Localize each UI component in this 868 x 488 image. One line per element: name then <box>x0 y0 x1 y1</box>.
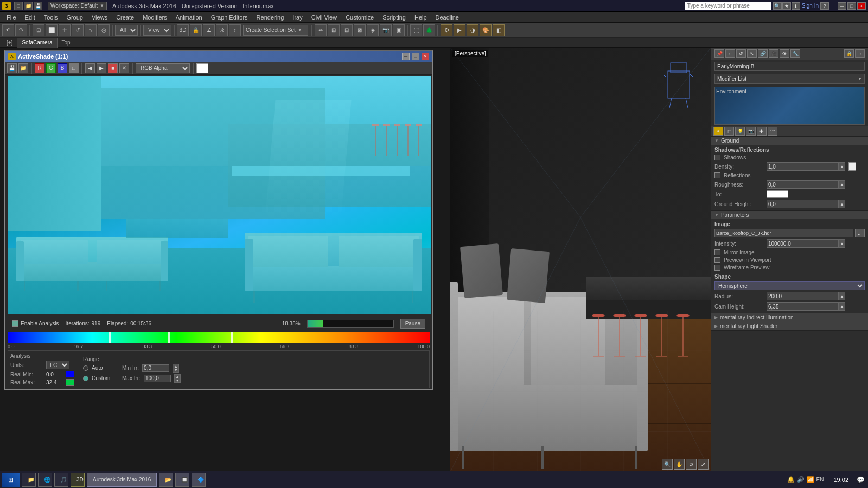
auto-radio[interactable] <box>83 365 88 371</box>
pp-hierarchy-icon[interactable]: 🔗 <box>758 49 768 58</box>
intensity-up[interactable]: ▲ <box>839 239 845 248</box>
vp-orbit-btn[interactable]: ↺ <box>686 459 697 470</box>
undo-btn[interactable]: ↶ <box>2 24 14 36</box>
spinner-snap-btn[interactable]: ↕ <box>229 24 241 36</box>
pp-light-icon[interactable]: 💡 <box>735 127 745 136</box>
notification-btn[interactable]: 💬 <box>855 473 866 487</box>
info-btn[interactable]: ℹ <box>792 2 800 10</box>
material-editor-btn[interactable]: ◧ <box>493 24 505 36</box>
taskbar-media[interactable]: 🎵 <box>54 473 68 487</box>
pp-render-icon[interactable]: ✦ <box>713 127 723 136</box>
pp-name-input[interactable] <box>714 62 865 71</box>
scale-btn[interactable]: ⤡ <box>85 24 97 36</box>
menu-create[interactable]: Create <box>112 12 138 23</box>
menu-modifiers[interactable]: Modifiers <box>138 12 171 23</box>
min-irr-input[interactable] <box>142 364 169 372</box>
snap-3d-btn[interactable]: 3D <box>177 24 189 36</box>
render-to-texture-btn[interactable]: 🎨 <box>480 24 492 36</box>
pp-display-icon[interactable]: 👁 <box>780 49 789 58</box>
taskbar-explorer[interactable]: 📂 <box>159 473 173 487</box>
density-input[interactable] <box>767 162 839 171</box>
taskbar-unknown[interactable]: 🔲 <box>175 473 189 487</box>
taskbar-file-explorer[interactable]: 📁 <box>22 473 36 487</box>
as-stop-btn[interactable]: ■ <box>108 63 118 73</box>
density-up[interactable]: ▲ <box>839 162 845 171</box>
menu-iray[interactable]: Iray <box>288 12 307 23</box>
ground-height-input[interactable] <box>767 200 839 208</box>
vp-pan-btn[interactable]: ✋ <box>674 459 685 470</box>
cam-height-input[interactable] <box>767 302 839 311</box>
preview-viewport-checkbox[interactable] <box>714 257 720 263</box>
cam-height-up[interactable]: ▲ <box>839 302 845 311</box>
rotate-btn[interactable]: ↺ <box>72 24 84 36</box>
align-to-view-btn[interactable]: ▣ <box>393 24 405 36</box>
intensity-input[interactable] <box>767 239 839 248</box>
real-max-swatch[interactable] <box>66 379 74 386</box>
place-highlight-btn[interactable]: ◈ <box>367 24 379 36</box>
clock[interactable]: 19:02 <box>830 477 852 483</box>
pp-arrow-right-icon[interactable]: → <box>855 49 865 58</box>
pp-geo-icon[interactable]: ◻ <box>724 127 734 136</box>
as-color-blue[interactable]: B <box>58 63 67 73</box>
menu-graph-editors[interactable]: Graph Editors <box>207 12 252 23</box>
vp-maximize-btn[interactable]: ⤢ <box>698 459 709 470</box>
minimize-btn[interactable]: ─ <box>838 2 846 10</box>
use-center-btn[interactable]: ◎ <box>98 24 110 36</box>
pp-utility-icon[interactable]: 🔧 <box>790 49 800 58</box>
tab-top[interactable]: Top <box>58 38 75 48</box>
new-btn[interactable]: □ <box>14 2 23 10</box>
menu-rendering[interactable]: Rendering <box>252 12 289 23</box>
angle-snap-btn[interactable]: ∠ <box>203 24 215 36</box>
modifier-list-dropdown[interactable]: Modifier List ▼ <box>714 74 865 84</box>
as-prev-btn[interactable]: ◀ <box>85 63 95 73</box>
redo-btn[interactable]: ↷ <box>15 24 27 36</box>
select-region-btn[interactable]: ⬜ <box>46 24 58 36</box>
pp-mental-ray-gi-header[interactable]: ▶ mental ray Indirect Illumination <box>711 313 868 322</box>
pp-cam-icon[interactable]: 📷 <box>746 127 756 136</box>
move-btn[interactable]: ✛ <box>59 24 71 36</box>
percent-snap-btn[interactable]: % <box>216 24 228 36</box>
help-btn[interactable]: ? <box>820 2 829 10</box>
as-save-btn[interactable]: 💾 <box>7 63 17 73</box>
pp-lock-icon[interactable]: 🔒 <box>844 49 854 58</box>
pp-motion-icon[interactable]: 🎥 <box>769 49 778 58</box>
sign-in-link[interactable]: Sign In <box>802 3 819 9</box>
pp-space-warp-icon[interactable]: 〰 <box>768 127 777 136</box>
pp-scale-icon[interactable]: ⤡ <box>747 49 757 58</box>
mirror-btn[interactable]: ⇔ <box>315 24 327 36</box>
real-min-swatch[interactable] <box>66 371 74 377</box>
units-dropdown[interactable]: FC Lux <box>46 361 69 369</box>
scene-explorer-btn[interactable]: 🌲 <box>423 24 435 36</box>
filename-input[interactable] <box>714 229 853 237</box>
search-btn[interactable]: 🔍 <box>773 2 782 10</box>
tab-sofa-camera[interactable]: SofaCamera <box>17 38 57 48</box>
menu-animation[interactable]: Animation <box>171 12 207 23</box>
roughness-up[interactable]: ▲ <box>839 180 845 189</box>
taskbar-start-btn[interactable]: ⊞ <box>2 473 20 487</box>
ground-height-up[interactable]: ▲ <box>839 200 845 208</box>
custom-radio[interactable] <box>83 376 88 381</box>
search-input[interactable] <box>685 2 771 10</box>
array-btn[interactable]: ⊞ <box>328 24 340 36</box>
as-next-btn[interactable]: ▶ <box>97 63 106 73</box>
taskbar-unknown2[interactable]: 🔷 <box>192 473 206 487</box>
normal-align-btn[interactable]: ⊠ <box>354 24 366 36</box>
select-btn[interactable]: ⊡ <box>33 24 44 36</box>
taskbar-browser[interactable]: 🌐 <box>38 473 52 487</box>
as-color-swatch[interactable] <box>196 63 208 73</box>
close-btn[interactable]: × <box>857 2 866 10</box>
render-frame-btn[interactable]: ▶ <box>454 24 465 36</box>
menu-tools[interactable]: Tools <box>40 12 62 23</box>
as-display-btn[interactable]: □ <box>69 63 79 73</box>
pp-rotate-icon[interactable]: ↺ <box>736 49 746 58</box>
snap-toggle-btn[interactable]: 🔒 <box>190 24 202 36</box>
shadows-checkbox[interactable] <box>714 155 720 160</box>
pause-button[interactable]: Pause <box>400 319 425 329</box>
open-btn[interactable]: 📁 <box>24 2 33 10</box>
activeshade-btn[interactable]: ◑ <box>467 24 478 36</box>
as-folder-btn[interactable]: 📁 <box>18 63 28 73</box>
radius-input[interactable] <box>767 292 839 300</box>
tab-plus[interactable]: [+] <box>2 38 17 48</box>
wireframe-preview-checkbox[interactable] <box>714 265 720 271</box>
menu-customize[interactable]: Customize <box>341 12 378 23</box>
